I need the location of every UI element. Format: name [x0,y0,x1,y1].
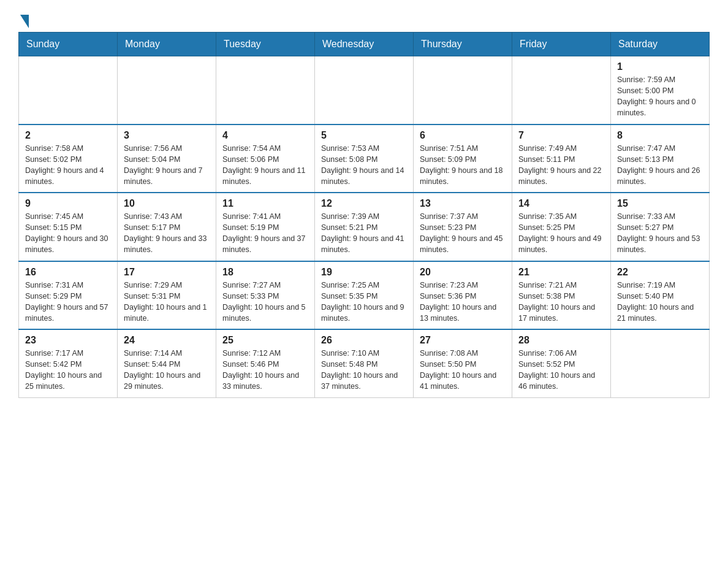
day-sun-info: Sunrise: 7:49 AM Sunset: 5:11 PM Dayligh… [518,143,604,188]
day-number: 11 [222,198,308,209]
day-sun-info: Sunrise: 7:37 AM Sunset: 5:23 PM Dayligh… [420,211,506,256]
calendar-week-row: 9Sunrise: 7:45 AM Sunset: 5:15 PM Daylig… [19,193,710,261]
day-number: 14 [518,198,604,209]
day-sun-info: Sunrise: 7:59 AM Sunset: 5:00 PM Dayligh… [617,74,703,119]
day-sun-info: Sunrise: 7:58 AM Sunset: 5:02 PM Dayligh… [25,143,111,188]
calendar-day-cell [216,56,315,124]
day-sun-info: Sunrise: 7:31 AM Sunset: 5:29 PM Dayligh… [25,280,111,324]
day-number: 18 [222,267,308,278]
calendar-day-cell: 14Sunrise: 7:35 AM Sunset: 5:25 PM Dayli… [512,193,611,261]
calendar-day-cell: 15Sunrise: 7:33 AM Sunset: 5:27 PM Dayli… [611,193,710,261]
day-sun-info: Sunrise: 7:17 AM Sunset: 5:42 PM Dayligh… [25,348,111,393]
calendar-week-row: 16Sunrise: 7:31 AM Sunset: 5:29 PM Dayli… [19,261,710,330]
calendar-day-cell: 16Sunrise: 7:31 AM Sunset: 5:29 PM Dayli… [19,261,118,330]
header [18,12,710,26]
calendar-day-cell: 4Sunrise: 7:54 AM Sunset: 5:06 PM Daylig… [216,124,315,193]
calendar-day-cell [611,329,710,397]
day-sun-info: Sunrise: 7:54 AM Sunset: 5:06 PM Dayligh… [222,143,308,188]
day-number: 4 [222,130,308,141]
day-sun-info: Sunrise: 7:41 AM Sunset: 5:19 PM Dayligh… [222,211,308,256]
calendar-day-cell: 23Sunrise: 7:17 AM Sunset: 5:42 PM Dayli… [19,329,118,397]
day-number: 20 [420,267,506,278]
day-of-week-header: Saturday [611,33,710,56]
day-sun-info: Sunrise: 7:29 AM Sunset: 5:31 PM Dayligh… [124,280,210,324]
calendar-table: SundayMondayTuesdayWednesdayThursdayFrid… [18,32,710,398]
calendar-day-cell [512,56,611,124]
day-of-week-header: Thursday [414,33,512,56]
calendar-day-cell: 20Sunrise: 7:23 AM Sunset: 5:36 PM Dayli… [414,261,512,330]
logo [18,12,29,26]
day-number: 25 [222,335,308,346]
calendar-day-cell: 2Sunrise: 7:58 AM Sunset: 5:02 PM Daylig… [19,124,118,193]
day-number: 13 [420,198,506,209]
day-of-week-header: Sunday [19,33,118,56]
day-number: 8 [617,130,703,141]
calendar-day-cell: 26Sunrise: 7:10 AM Sunset: 5:48 PM Dayli… [315,329,414,397]
calendar-day-cell: 5Sunrise: 7:53 AM Sunset: 5:08 PM Daylig… [315,124,414,193]
day-sun-info: Sunrise: 7:08 AM Sunset: 5:50 PM Dayligh… [420,348,506,393]
day-number: 15 [617,198,703,209]
calendar-day-cell: 13Sunrise: 7:37 AM Sunset: 5:23 PM Dayli… [414,193,512,261]
day-number: 27 [420,335,506,346]
day-sun-info: Sunrise: 7:25 AM Sunset: 5:35 PM Dayligh… [321,280,407,324]
day-number: 21 [518,267,604,278]
day-sun-info: Sunrise: 7:23 AM Sunset: 5:36 PM Dayligh… [420,280,506,324]
day-sun-info: Sunrise: 7:27 AM Sunset: 5:33 PM Dayligh… [222,280,308,324]
calendar-day-cell: 25Sunrise: 7:12 AM Sunset: 5:46 PM Dayli… [216,329,315,397]
day-sun-info: Sunrise: 7:56 AM Sunset: 5:04 PM Dayligh… [124,143,210,188]
day-sun-info: Sunrise: 7:21 AM Sunset: 5:38 PM Dayligh… [518,280,604,324]
day-of-week-header: Monday [118,33,216,56]
day-sun-info: Sunrise: 7:14 AM Sunset: 5:44 PM Dayligh… [124,348,210,393]
calendar-day-cell: 9Sunrise: 7:45 AM Sunset: 5:15 PM Daylig… [19,193,118,261]
calendar-day-cell: 1Sunrise: 7:59 AM Sunset: 5:00 PM Daylig… [611,56,710,124]
day-number: 28 [518,335,604,346]
day-number: 5 [321,130,407,141]
day-sun-info: Sunrise: 7:33 AM Sunset: 5:27 PM Dayligh… [617,211,703,256]
calendar-day-cell: 22Sunrise: 7:19 AM Sunset: 5:40 PM Dayli… [611,261,710,330]
calendar-day-cell: 3Sunrise: 7:56 AM Sunset: 5:04 PM Daylig… [118,124,216,193]
day-sun-info: Sunrise: 7:53 AM Sunset: 5:08 PM Dayligh… [321,143,407,188]
calendar-day-cell [315,56,414,124]
day-sun-info: Sunrise: 7:43 AM Sunset: 5:17 PM Dayligh… [124,211,210,256]
day-number: 3 [124,130,210,141]
calendar-week-row: 2Sunrise: 7:58 AM Sunset: 5:02 PM Daylig… [19,124,710,193]
day-number: 17 [124,267,210,278]
day-of-week-header: Wednesday [315,33,414,56]
calendar-week-row: 23Sunrise: 7:17 AM Sunset: 5:42 PM Dayli… [19,329,710,397]
calendar-day-cell [414,56,512,124]
calendar-day-cell: 28Sunrise: 7:06 AM Sunset: 5:52 PM Dayli… [512,329,611,397]
day-sun-info: Sunrise: 7:10 AM Sunset: 5:48 PM Dayligh… [321,348,407,393]
day-sun-info: Sunrise: 7:51 AM Sunset: 5:09 PM Dayligh… [420,143,506,188]
calendar-day-cell: 17Sunrise: 7:29 AM Sunset: 5:31 PM Dayli… [118,261,216,330]
calendar-header-row: SundayMondayTuesdayWednesdayThursdayFrid… [19,33,710,56]
day-number: 22 [617,267,703,278]
calendar-day-cell: 21Sunrise: 7:21 AM Sunset: 5:38 PM Dayli… [512,261,611,330]
day-number: 7 [518,130,604,141]
calendar-day-cell: 7Sunrise: 7:49 AM Sunset: 5:11 PM Daylig… [512,124,611,193]
day-number: 24 [124,335,210,346]
day-number: 23 [25,335,111,346]
day-number: 12 [321,198,407,209]
day-number: 1 [617,61,703,72]
day-number: 9 [25,198,111,209]
day-of-week-header: Friday [512,33,611,56]
day-sun-info: Sunrise: 7:45 AM Sunset: 5:15 PM Dayligh… [25,211,111,256]
calendar-day-cell [19,56,118,124]
day-number: 2 [25,130,111,141]
day-number: 16 [25,267,111,278]
calendar-day-cell [118,56,216,124]
day-sun-info: Sunrise: 7:19 AM Sunset: 5:40 PM Dayligh… [617,280,703,324]
day-number: 19 [321,267,407,278]
calendar-week-row: 1Sunrise: 7:59 AM Sunset: 5:00 PM Daylig… [19,56,710,124]
calendar-day-cell: 8Sunrise: 7:47 AM Sunset: 5:13 PM Daylig… [611,124,710,193]
calendar-day-cell: 11Sunrise: 7:41 AM Sunset: 5:19 PM Dayli… [216,193,315,261]
day-number: 26 [321,335,407,346]
calendar-day-cell: 18Sunrise: 7:27 AM Sunset: 5:33 PM Dayli… [216,261,315,330]
logo-arrow-icon [20,15,29,28]
day-sun-info: Sunrise: 7:06 AM Sunset: 5:52 PM Dayligh… [518,348,604,393]
day-sun-info: Sunrise: 7:12 AM Sunset: 5:46 PM Dayligh… [222,348,308,393]
calendar-day-cell: 24Sunrise: 7:14 AM Sunset: 5:44 PM Dayli… [118,329,216,397]
calendar-day-cell: 12Sunrise: 7:39 AM Sunset: 5:21 PM Dayli… [315,193,414,261]
day-sun-info: Sunrise: 7:47 AM Sunset: 5:13 PM Dayligh… [617,143,703,188]
day-sun-info: Sunrise: 7:39 AM Sunset: 5:21 PM Dayligh… [321,211,407,256]
